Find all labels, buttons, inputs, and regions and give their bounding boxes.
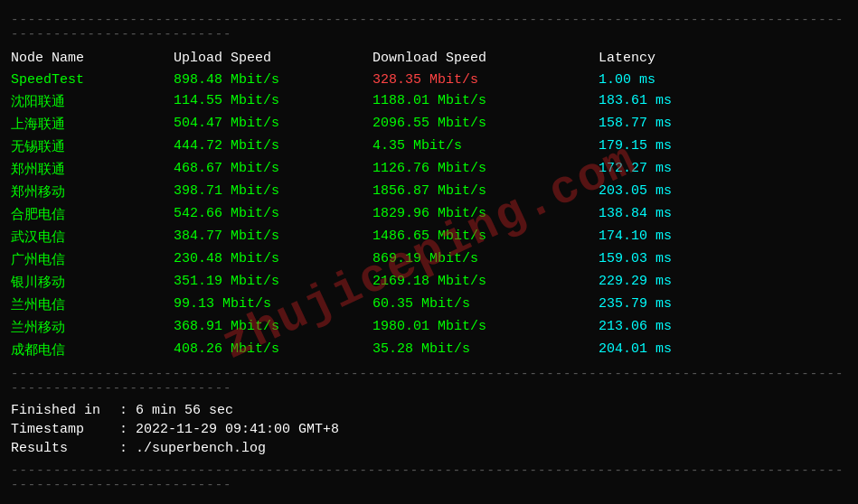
cell-upload: 542.66 Mbit/s	[174, 206, 372, 223]
header-latency: Latency	[599, 51, 779, 66]
cell-download: 4.35 Mbit/s	[372, 138, 599, 155]
cell-latency: 204.01 ms	[599, 341, 779, 359]
results-label: Results	[11, 441, 119, 456]
cell-node: 广州电信	[11, 251, 174, 268]
cell-node: 成都电信	[11, 341, 174, 359]
table-row: 广州电信 230.48 Mbit/s 869.19 Mbit/s 159.03 …	[11, 248, 847, 271]
cell-latency: 203.05 ms	[599, 183, 779, 201]
cell-upload: 398.71 Mbit/s	[174, 183, 372, 201]
header-download: Download Speed	[372, 51, 599, 66]
finished-label: Finished in	[11, 403, 119, 418]
table-row: 银川移动 351.19 Mbit/s 2169.18 Mbit/s 229.29…	[11, 271, 847, 294]
cell-download: 1188.01 Mbit/s	[372, 93, 599, 110]
cell-download: 1829.96 Mbit/s	[372, 206, 599, 223]
table-row: 无锡联通 444.72 Mbit/s 4.35 Mbit/s 179.15 ms	[11, 135, 847, 158]
cell-node: 上海联通	[11, 116, 174, 133]
cell-download: 2169.18 Mbit/s	[372, 274, 599, 291]
table-row: 上海联通 504.47 Mbit/s 2096.55 Mbit/s 158.77…	[11, 113, 847, 135]
cell-upload: 351.19 Mbit/s	[174, 274, 372, 291]
cell-latency: 179.15 ms	[599, 138, 779, 155]
cell-upload: 368.91 Mbit/s	[174, 319, 372, 336]
table-row: 武汉电信 384.77 Mbit/s 1486.65 Mbit/s 174.10…	[11, 226, 847, 248]
table-row: 郑州移动 398.71 Mbit/s 1856.87 Mbit/s 203.05…	[11, 181, 847, 203]
table-row: 兰州电信 99.13 Mbit/s 60.35 Mbit/s 235.79 ms	[11, 294, 847, 316]
cell-latency: 158.77 ms	[599, 116, 779, 133]
table-row: 郑州联通 468.67 Mbit/s 1126.76 Mbit/s 172.27…	[11, 158, 847, 181]
cell-latency: 1.00 ms	[599, 72, 779, 88]
header-node: Node Name	[11, 51, 174, 66]
cell-download: 2096.55 Mbit/s	[372, 116, 599, 133]
table-row: 兰州移动 368.91 Mbit/s 1980.01 Mbit/s 213.06…	[11, 316, 847, 339]
footer-results: Results : ./superbench.log	[11, 439, 847, 458]
bottom-separator: ----------------------------------------…	[11, 463, 847, 492]
cell-latency: 229.29 ms	[599, 274, 779, 291]
cell-download: 1486.65 Mbit/s	[372, 229, 599, 246]
cell-node: 郑州移动	[11, 183, 174, 201]
cell-upload: 114.55 Mbit/s	[174, 93, 372, 110]
cell-latency: 183.61 ms	[599, 93, 779, 110]
cell-download: 1126.76 Mbit/s	[372, 161, 599, 178]
cell-download: 35.28 Mbit/s	[372, 341, 599, 359]
footer-timestamp: Timestamp : 2022-11-29 09:41:00 GMT+8	[11, 420, 847, 439]
cell-upload: 230.48 Mbit/s	[174, 251, 372, 268]
timestamp-label: Timestamp	[11, 422, 119, 437]
top-separator: ----------------------------------------…	[11, 13, 847, 42]
cell-upload: 468.67 Mbit/s	[174, 161, 372, 178]
cell-node: 无锡联通	[11, 138, 174, 155]
cell-latency: 174.10 ms	[599, 229, 779, 246]
timestamp-value: : 2022-11-29 09:41:00 GMT+8	[119, 422, 339, 437]
cell-upload: 99.13 Mbit/s	[174, 296, 372, 313]
cell-latency: 235.79 ms	[599, 296, 779, 313]
cell-latency: 159.03 ms	[599, 251, 779, 268]
table-row: SpeedTest 898.48 Mbit/s 328.35 Mbit/s 1.…	[11, 70, 847, 90]
cell-upload: 408.26 Mbit/s	[174, 341, 372, 359]
header-upload: Upload Speed	[174, 51, 372, 66]
cell-download: 1856.87 Mbit/s	[372, 183, 599, 201]
cell-upload: 384.77 Mbit/s	[174, 229, 372, 246]
table-body: SpeedTest 898.48 Mbit/s 328.35 Mbit/s 1.…	[11, 70, 847, 361]
cell-node: SpeedTest	[11, 72, 174, 88]
terminal-container: ----------------------------------------…	[11, 13, 847, 492]
table-row: 合肥电信 542.66 Mbit/s 1829.96 Mbit/s 138.84…	[11, 203, 847, 226]
cell-upload: 504.47 Mbit/s	[174, 116, 372, 133]
cell-node: 兰州移动	[11, 319, 174, 336]
cell-download: 328.35 Mbit/s	[372, 72, 599, 88]
cell-latency: 213.06 ms	[599, 319, 779, 336]
cell-download: 869.19 Mbit/s	[372, 251, 599, 268]
cell-node: 沈阳联通	[11, 93, 174, 110]
footer-section: Finished in : 6 min 56 sec Timestamp : 2…	[11, 401, 847, 458]
cell-upload: 898.48 Mbit/s	[174, 72, 372, 88]
footer-finished: Finished in : 6 min 56 sec	[11, 401, 847, 420]
cell-node: 合肥电信	[11, 206, 174, 223]
cell-upload: 444.72 Mbit/s	[174, 138, 372, 155]
results-value: : ./superbench.log	[119, 441, 266, 456]
cell-download: 1980.01 Mbit/s	[372, 319, 599, 336]
table-header-row: Node Name Upload Speed Download Speed La…	[11, 47, 847, 70]
speed-table: Node Name Upload Speed Download Speed La…	[11, 47, 847, 361]
cell-node: 武汉电信	[11, 229, 174, 246]
middle-separator: ----------------------------------------…	[11, 367, 847, 396]
cell-node: 兰州电信	[11, 296, 174, 313]
cell-download: 60.35 Mbit/s	[372, 296, 599, 313]
cell-latency: 138.84 ms	[599, 206, 779, 223]
table-row: 沈阳联通 114.55 Mbit/s 1188.01 Mbit/s 183.61…	[11, 90, 847, 113]
cell-latency: 172.27 ms	[599, 161, 779, 178]
table-row: 成都电信 408.26 Mbit/s 35.28 Mbit/s 204.01 m…	[11, 339, 847, 361]
finished-value: : 6 min 56 sec	[119, 403, 233, 418]
cell-node: 郑州联通	[11, 161, 174, 178]
cell-node: 银川移动	[11, 274, 174, 291]
